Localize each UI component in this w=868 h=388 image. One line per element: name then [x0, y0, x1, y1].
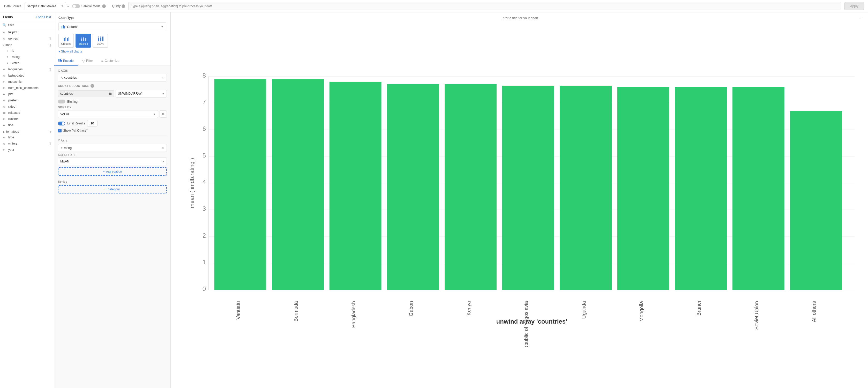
sample-mode-info-icon[interactable]: i: [102, 4, 106, 8]
field-item-year[interactable]: # year: [0, 147, 54, 153]
tab-customize[interactable]: ≡ Customize: [97, 56, 123, 66]
field-item-imdb-rating[interactable]: # rating: [0, 54, 54, 60]
x-field-remove-btn[interactable]: ×: [162, 76, 164, 80]
y-field-remove-btn[interactable]: ×: [162, 146, 164, 150]
encode-content: X AXIS A countries × ARRAY REDUCTIONS i: [54, 66, 170, 197]
datasource-value: Sample Data: Movies: [27, 4, 56, 8]
fields-title: Fields: [3, 15, 13, 19]
add-category-button[interactable]: + category: [58, 185, 167, 193]
chart-variant-stacked[interactable]: Stacked: [75, 34, 91, 48]
label-kenya: Kenya: [466, 301, 471, 316]
field-item-languages[interactable]: A languages [ ]: [0, 66, 54, 72]
chart-variant-grouped[interactable]: Grouped: [58, 34, 74, 48]
stacked-label: Stacked: [79, 42, 88, 45]
query-label: Query i: [112, 4, 125, 8]
bar-gabon: [387, 84, 439, 290]
tab-encode[interactable]: Encode: [54, 56, 78, 66]
field-icon-rated: A: [3, 105, 7, 108]
show-others-label: Show "All Others": [63, 129, 88, 132]
query-info-icon[interactable]: i: [122, 4, 125, 8]
bar-all-others: [790, 111, 842, 290]
label-soviet-union: Soviet Union: [754, 301, 760, 330]
field-item-title[interactable]: A title: [0, 122, 54, 128]
apply-button[interactable]: Apply: [844, 2, 864, 10]
sort-by-dropdown[interactable]: VALUE ▼: [58, 110, 158, 118]
chart-title-input[interactable]: [405, 16, 634, 20]
fields-header: Fields + Add Field: [0, 12, 54, 21]
imdb-chevron: ▾: [3, 44, 4, 47]
filter-search-icon: 🔍: [3, 23, 6, 27]
field-item-lastupdated[interactable]: A lastupdated: [0, 72, 54, 79]
label-brunei: Brunei: [696, 301, 702, 316]
datasource-selector[interactable]: Sample Data: Movies ▼ »: [25, 2, 69, 10]
limit-input[interactable]: [87, 120, 97, 127]
array-reductions-info-icon[interactable]: i: [91, 84, 94, 88]
field-item-writers[interactable]: A writers [ ]: [0, 141, 54, 147]
stacked-icon: [80, 36, 86, 41]
x-axis-field-pill: A countries ×: [58, 74, 167, 82]
field-icon-imdb-votes: #: [7, 62, 10, 65]
sort-direction-button[interactable]: ⇅: [160, 111, 167, 118]
field-icon-num-mflix: #: [3, 87, 7, 89]
main-layout: Fields + Add Field 🔍 A fullplot A genres…: [0, 12, 868, 388]
field-item-metacritic[interactable]: # metacritic: [0, 79, 54, 85]
y-axis-section: Y Axis # rating × AGGREGATE MEAN ▼ + agg…: [58, 136, 167, 176]
field-item-released[interactable]: ▦ released: [0, 110, 54, 116]
group-header-imdb[interactable]: ▾ imdb { }: [0, 42, 54, 48]
svg-rect-15: [100, 37, 101, 41]
field-icon-genres: A: [3, 37, 7, 40]
group-header-tomatoes[interactable]: ▶ tomatoes { }: [0, 128, 54, 134]
field-item-type[interactable]: A type: [0, 134, 54, 141]
field-icon-title: A: [3, 124, 7, 127]
field-icon-imdb-id: #: [7, 50, 10, 52]
field-icon-runtime: #: [3, 118, 7, 121]
y-tick-7: 7: [203, 98, 206, 106]
svg-rect-1: [63, 25, 64, 28]
field-item-rated[interactable]: A rated: [0, 103, 54, 110]
field-item-poster[interactable]: A poster: [0, 97, 54, 103]
y-axis-field-pill: # rating ×: [58, 144, 167, 152]
series-section: Series + category: [58, 177, 167, 193]
field-item-imdb-votes[interactable]: # votes: [0, 60, 54, 66]
field-item-plot[interactable]: A plot: [0, 91, 54, 97]
limit-label: Limit Results: [67, 122, 85, 125]
grouped-label: Grouped: [61, 42, 71, 45]
chart-type-dropdown[interactable]: Column ▼: [58, 22, 166, 31]
field-icon-type: A: [3, 136, 7, 139]
chart-variant-100pct[interactable]: 100%: [93, 34, 108, 48]
datasource-dropdown[interactable]: Sample Data: Movies ▼: [25, 2, 66, 10]
x-field-icon: A: [61, 76, 63, 79]
y-tick-2: 2: [203, 232, 206, 239]
show-others-checkbox[interactable]: [58, 129, 62, 132]
binning-toggle[interactable]: [58, 99, 65, 103]
query-input[interactable]: [128, 2, 842, 10]
add-aggregation-button[interactable]: + aggregation: [58, 167, 167, 176]
reduction-type-dropdown[interactable]: UNWIND ARRAY ▼: [116, 90, 167, 97]
aggregate-dropdown[interactable]: MEAN ▼: [58, 157, 167, 165]
field-item-imdb-id[interactable]: # id: [0, 48, 54, 54]
100pct-icon: [97, 36, 103, 41]
field-item-genres[interactable]: A genres [ ]: [0, 35, 54, 42]
limit-toggle[interactable]: [58, 122, 65, 125]
field-item-num-mflix[interactable]: # num_mflix_comments: [0, 85, 54, 91]
svg-rect-10: [83, 37, 84, 38]
reduction-field-name: countries ⊞: [58, 90, 114, 97]
y-tick-4: 4: [203, 178, 206, 185]
show-all-charts-btn[interactable]: ▾ Show all charts: [58, 48, 166, 53]
label-vanuatu: Vanuatu: [235, 301, 241, 320]
y-axis-label-text: mean ( imdb.rating ): [189, 158, 195, 208]
add-field-button[interactable]: + Add Field: [35, 15, 51, 19]
datasource-label: Data Source: [4, 4, 22, 8]
field-item-runtime[interactable]: # runtime: [0, 116, 54, 122]
chart-type-value: Column: [67, 25, 79, 29]
field-item-fullplot[interactable]: A fullplot: [0, 29, 54, 35]
field-icon-year: #: [3, 148, 7, 151]
filter-input[interactable]: [8, 23, 52, 27]
bar-vanuatu: [214, 79, 267, 290]
sample-mode-toggle[interactable]: [72, 4, 80, 8]
tab-filter[interactable]: ▽ Filter: [78, 56, 97, 66]
fields-panel: Fields + Add Field 🔍 A fullplot A genres…: [0, 12, 54, 388]
sort-by-section: SORT BY VALUE ▼ ⇅: [58, 106, 167, 118]
filter-icon: ▽: [82, 59, 85, 63]
chart-options-button[interactable]: ···: [860, 16, 863, 20]
